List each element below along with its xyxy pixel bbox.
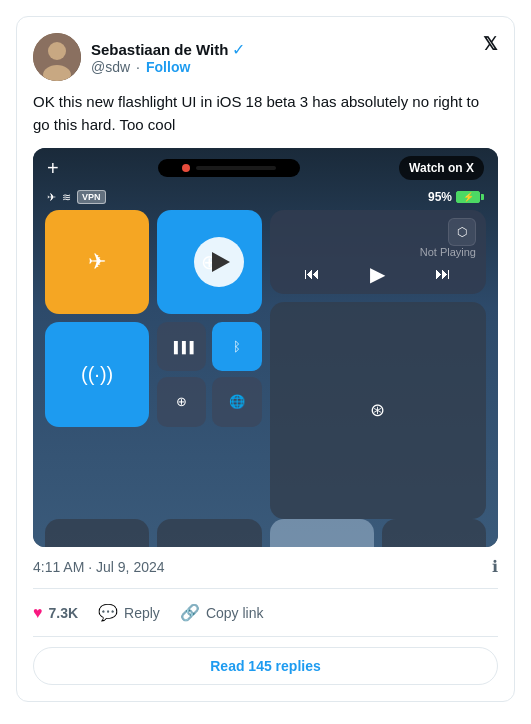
bluetooth-tile[interactable]: ᛒ: [212, 322, 261, 371]
heart-tile[interactable]: ♥: [382, 519, 486, 548]
battery-bolt: ⚡: [463, 192, 474, 202]
recording-dot: [182, 164, 190, 172]
play-button-overlay[interactable]: [194, 237, 244, 287]
tweet-header: Sebastiaan de With ✓ @sdw · Follow 𝕏: [33, 33, 498, 81]
battery-icon: ⚡: [456, 191, 484, 203]
bottom-tiles-row: ⊛ ⧉ ♥: [33, 519, 498, 548]
user-display-name[interactable]: Sebastiaan de With: [91, 41, 228, 58]
airdrop-tile[interactable]: ⊕: [157, 210, 261, 314]
cc-right-bottom-row: ⊛: [270, 302, 487, 519]
globe-tile[interactable]: 🌐: [212, 377, 261, 426]
ios-topbar: + Watch on X: [33, 148, 498, 186]
read-replies-button[interactable]: Read 145 replies: [33, 647, 498, 685]
wifi-tile-icon: ((·)): [81, 363, 113, 386]
reply-action-icon: 💬: [98, 603, 118, 622]
cc-left-col: ✈ ⊕: [45, 210, 262, 519]
airplay-symbol: ⬡: [457, 225, 467, 239]
heart-count: 7.3K: [49, 605, 79, 621]
cc-right-col: ⬡ Not Playing ⏮ ▶ ⏭: [270, 210, 487, 519]
airplane-tile-icon: ✈: [88, 249, 106, 275]
airplane-tile[interactable]: ✈: [45, 210, 149, 314]
battery-tip: [481, 194, 484, 200]
follow-link[interactable]: Follow: [146, 59, 190, 75]
copy-link-label: Copy link: [206, 605, 264, 621]
prev-button[interactable]: ⏮: [304, 265, 320, 283]
ios-control-center: ✈ ⊕: [33, 210, 498, 547]
focus-tile[interactable]: ⊕: [157, 377, 206, 426]
ios-statusbar: ✈ ≋ VPN 95% ⚡: [33, 186, 498, 210]
media-container[interactable]: + Watch on X ✈ ≋ VPN 95%: [33, 148, 498, 547]
music-empty-album: ⬡: [280, 218, 477, 246]
ios-battery: 95% ⚡: [428, 190, 484, 204]
svg-point-1: [48, 42, 66, 60]
di-bar: [196, 166, 276, 170]
tweet-header-left: Sebastiaan de With ✓ @sdw · Follow: [33, 33, 245, 81]
action-row: ♥ 7.3K 💬 Reply 🔗 Copy link: [33, 599, 498, 626]
cellular-icon: ▐▐▐: [170, 341, 193, 353]
vpn-badge: VPN: [77, 190, 106, 204]
copy-link-icon: 🔗: [180, 603, 200, 622]
ios-plus-icon: +: [47, 157, 59, 180]
heart-action[interactable]: ♥ 7.3K: [33, 604, 78, 622]
cc-row-1: ✈ ⊕: [45, 210, 262, 314]
screen-mirror-tile[interactable]: ⧉: [157, 519, 261, 548]
reply-action[interactable]: 💬 Reply: [98, 603, 160, 622]
ios-statusbar-left: ✈ ≋ VPN: [47, 190, 106, 204]
tweet-timestamp: 4:11 AM · Jul 9, 2024 ℹ: [33, 557, 498, 576]
rotation-lock-icon: ⊛: [370, 399, 385, 421]
reply-label: Reply: [124, 605, 160, 621]
bluetooth-icon: ᛒ: [233, 339, 241, 354]
wifi-status-icon: ≋: [62, 191, 71, 204]
x-logo: 𝕏: [483, 33, 498, 55]
user-info: Sebastiaan de With ✓ @sdw · Follow: [91, 40, 245, 75]
not-playing-label: Not Playing: [280, 246, 477, 258]
divider-2: [33, 636, 498, 637]
airplay-icon-small: ⬡: [448, 218, 476, 246]
info-icon[interactable]: ℹ: [492, 557, 498, 576]
watch-on-x-button[interactable]: Watch on X: [399, 156, 484, 180]
cellular-tile[interactable]: ▐▐▐: [157, 322, 206, 371]
tweet-card: Sebastiaan de With ✓ @sdw · Follow 𝕏 OK …: [16, 16, 515, 702]
next-button[interactable]: ⏭: [435, 265, 451, 283]
globe-icon: 🌐: [229, 394, 245, 409]
user-handle: @sdw: [91, 59, 130, 75]
battery-percent: 95%: [428, 190, 452, 204]
dot-separator: ·: [136, 59, 140, 75]
airplane-status-icon: ✈: [47, 191, 56, 204]
music-player-tile[interactable]: ⬡ Not Playing ⏮ ▶ ⏭: [270, 210, 487, 294]
flashlight-tile[interactable]: [270, 519, 374, 548]
rotation-lock-tile[interactable]: ⊛: [270, 302, 487, 519]
user-name-row: Sebastiaan de With ✓: [91, 40, 245, 59]
play-triangle: [212, 252, 230, 272]
cc-mini-grid: ▐▐▐ ᛒ ⊕ 🌐: [157, 322, 261, 426]
focus-icon: ⊕: [176, 394, 187, 409]
verified-badge: ✓: [232, 40, 245, 59]
battery-body: ⚡: [456, 191, 480, 203]
timestamp-text: 4:11 AM · Jul 9, 2024: [33, 559, 165, 575]
wifi-tile[interactable]: ((·)): [45, 322, 149, 426]
avatar[interactable]: [33, 33, 81, 81]
music-controls: ⏮ ▶ ⏭: [280, 262, 477, 286]
cc-main-area: ✈ ⊕: [33, 210, 498, 519]
heart-action-icon: ♥: [33, 604, 43, 622]
avatar-image: [33, 33, 81, 81]
dynamic-island: [158, 159, 300, 177]
tweet-text: OK this new flashlight UI in iOS 18 beta…: [33, 91, 498, 136]
divider-1: [33, 588, 498, 589]
cc-row-2: ((·)) ▐▐▐ ᛒ ⊕: [45, 322, 262, 426]
play-pause-button[interactable]: ▶: [370, 262, 385, 286]
ios-screen: + Watch on X ✈ ≋ VPN 95%: [33, 148, 498, 547]
screen-lock-tile[interactable]: ⊛: [45, 519, 149, 548]
copy-link-action[interactable]: 🔗 Copy link: [180, 603, 264, 622]
